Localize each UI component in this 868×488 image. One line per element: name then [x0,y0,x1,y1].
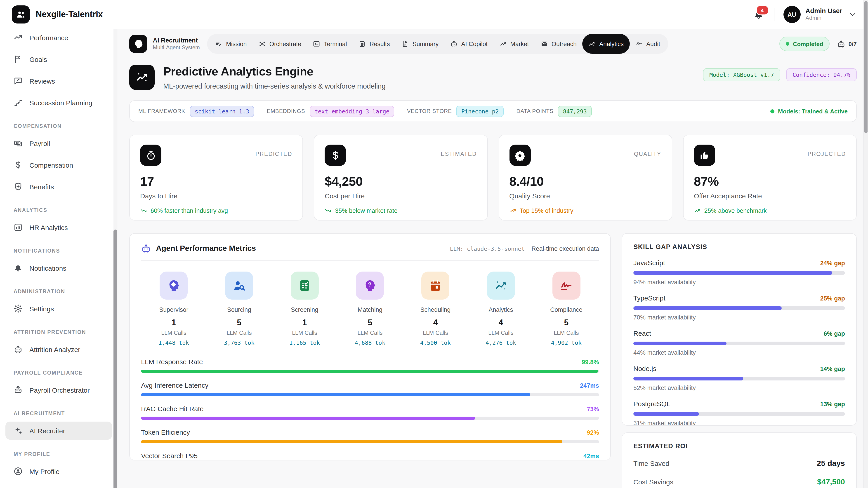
avatar: AU [783,6,800,23]
stat-trend-label: 60% faster than industry avg [151,207,228,214]
skill-postgresql: PostgreSQL13% gap31% market availability [633,400,845,426]
sidebar-item-payroll[interactable]: Payroll [5,134,112,152]
tab-orchestrate[interactable]: Orchestrate [253,34,307,54]
stat-value: 8.4/10 [509,174,661,189]
tab-summary[interactable]: Summary [396,34,445,54]
meta-item: ML FRAMEWORKscikit-learn 1.3 [138,105,254,117]
sidebar-item-hr-analytics[interactable]: HR Analytics [5,218,112,236]
sidebar-item-performance[interactable]: Performance [5,29,112,46]
stat-trend: 60% faster than industry avg [140,207,292,214]
meta-item: VECTOR STOREPinecone p2 [407,105,504,117]
summary-icon [402,40,409,47]
sidebar-item-compensation[interactable]: Compensation [5,156,112,174]
sidebar-item-goals[interactable]: Goals [5,50,112,68]
sidebar-section-label: PAYROLL COMPLIANCE [13,370,104,376]
sidebar-item-benefits[interactable]: Benefits [5,177,112,196]
user-name: Admin User [805,7,842,15]
tab-outreach[interactable]: Outreach [535,34,583,54]
trend-up-icon [13,33,23,42]
agent-name: Scheduling [421,306,451,313]
notifications-button[interactable]: 4 [753,9,764,20]
meta-value: 847,293 [558,105,592,117]
robot-gear-icon [13,385,23,394]
agent-matching: ?Matching5LLM Calls4,688 tok [337,271,403,346]
sidebar-item-reviews[interactable]: Reviews [5,72,112,90]
tab-label: Analytics [599,40,624,47]
bell-icon [13,263,23,272]
payments-icon [13,139,23,148]
tab-ai-copilot[interactable]: AI Copilot [444,34,493,54]
sidebar-section-label: COMPENSATION [13,123,104,129]
metric-value: 92% [587,429,599,436]
sidebar-item-label: Succession Planning [29,99,92,106]
skill-gap-value: 14% gap [820,365,845,372]
roi-panel-title: ESTIMATED ROI [633,442,845,450]
sidebar-item-ai-recruiter[interactable]: AI Recruiter [5,422,112,440]
meta-value: scikit-learn 1.3 [190,105,254,117]
skill-bar-track [633,341,845,345]
user-menu[interactable]: AU Admin User Admin [783,6,856,23]
agent-analytics: Analytics4LLM Calls4,276 tok [468,271,533,346]
sidebar-item-succession-planning[interactable]: Succession Planning [5,94,112,111]
stat-tag: PREDICTED [255,151,292,157]
sidebar-section-label: ATTRITION PREVENTION [13,329,104,335]
sidebar-item-attrition-analyzer[interactable]: Attrition Analyzer [5,340,112,358]
models-status: Models: Trained & Active [770,108,848,115]
sidebar-item-my-profile[interactable]: My Profile [5,462,112,480]
metric-bar-fill [141,369,598,373]
skill-gap-panel: SKILL GAP ANALYSIS JavaScript24% gap94% … [622,233,857,426]
stat-trend: 25% above benchmark [694,207,846,214]
stat-label: Offer Acceptance Rate [694,192,846,200]
metric-bar-track [141,393,599,396]
sidebar-item-label: Settings [29,305,54,313]
skill-react: React6% gap44% market availability [633,329,845,356]
brand[interactable]: Nexgile-Talentrix [12,5,103,24]
stat-tag: ESTIMATED [441,151,477,157]
metric-label: Token Efficiency [141,428,190,436]
sparkles-icon [13,426,23,435]
notification-badge: 4 [756,5,769,15]
brand-logo [12,5,30,24]
roi-row-time-saved: Time Saved25 days [633,459,845,468]
agent-name: Matching [358,306,382,313]
tab-mission[interactable]: Mission [209,34,253,54]
person-circle-icon [13,467,23,476]
dollar-icon [325,144,346,166]
head-question-icon: ? [356,271,384,300]
stat-value: 17 [140,174,292,189]
page-title: Predictive Analytics Engine [163,65,703,78]
window-scrollbar[interactable] [864,0,868,488]
stat-value: $4,250 [325,174,477,189]
agent-tokens: 4,500 tok [420,339,451,346]
window-scrollbar-thumb[interactable] [864,1,868,133]
people-icon [16,9,26,20]
sidebar-item-settings[interactable]: Settings [5,300,112,318]
app-title: AI Recruitment [153,37,200,44]
stat-card-projected: PROJECTED87%Offer Acceptance Rate25% abo… [683,135,857,221]
trend-down-icon [140,207,147,214]
agent-tokens: 4,276 tok [486,339,516,346]
tab-terminal[interactable]: Terminal [307,34,353,54]
status-badge: Completed [779,37,830,51]
sidebar-scrollbar-thumb[interactable] [114,230,117,488]
sidebar-item-notifications[interactable]: Notifications [5,259,112,277]
svg-text:?: ? [368,281,372,288]
sidebar-item-payroll-orchestrator[interactable]: Payroll Orchestrator [5,381,112,399]
skill-name: TypeScript [633,294,665,302]
roi-label: Cost Savings [633,478,673,486]
app-root: Nexgile-Talentrix 4 AU Admin User Admin … [0,0,868,488]
tab-market[interactable]: Market [493,34,535,54]
tab-analytics[interactable]: Analytics [583,34,629,54]
page-subtitle: ML-powered forecasting with time-series … [163,82,703,90]
sidebar-scrollbar[interactable] [114,29,117,488]
bar-chart-icon [13,223,23,232]
tab-results[interactable]: Results [353,34,396,54]
agent-llm-calls-count: 5 [237,318,241,328]
tab-label: Terminal [324,40,347,47]
sidebar-section-label: AI RECRUITMENT [13,411,104,416]
metric-bar-fill [141,440,562,443]
chevron-down-icon [849,11,856,18]
sidebar-item-label: Payroll Orchestrator [29,386,90,394]
tab-audit[interactable]: Audit [629,34,666,54]
metric-value: 42ms [583,453,599,459]
